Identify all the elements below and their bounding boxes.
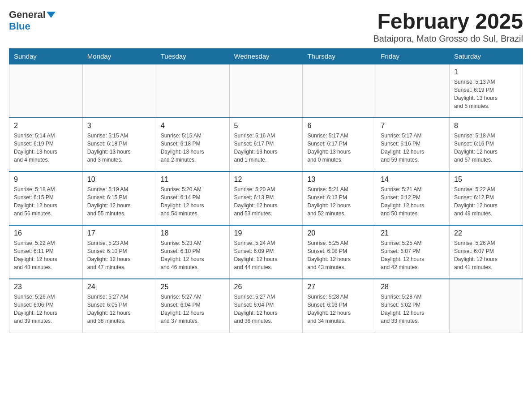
calendar-day: 1Sunrise: 5:13 AM Sunset: 6:19 PM Daylig… bbox=[450, 64, 523, 118]
day-number: 2 bbox=[14, 122, 78, 130]
calendar-day: 25Sunrise: 5:27 AM Sunset: 6:04 PM Dayli… bbox=[156, 279, 229, 333]
day-info: Sunrise: 5:23 AM Sunset: 6:10 PM Dayligh… bbox=[87, 239, 151, 271]
day-number: 27 bbox=[307, 283, 371, 291]
day-info: Sunrise: 5:13 AM Sunset: 6:19 PM Dayligh… bbox=[454, 78, 518, 110]
day-info: Sunrise: 5:20 AM Sunset: 6:14 PM Dayligh… bbox=[161, 185, 225, 218]
calendar-day bbox=[376, 64, 450, 118]
calendar-day: 27Sunrise: 5:28 AM Sunset: 6:03 PM Dayli… bbox=[303, 279, 376, 333]
calendar-week-5: 23Sunrise: 5:26 AM Sunset: 6:06 PM Dayli… bbox=[9, 279, 523, 333]
day-info: Sunrise: 5:22 AM Sunset: 6:12 PM Dayligh… bbox=[454, 185, 518, 218]
calendar-day: 26Sunrise: 5:27 AM Sunset: 6:04 PM Dayli… bbox=[229, 279, 303, 333]
calendar-day: 10Sunrise: 5:19 AM Sunset: 6:15 PM Dayli… bbox=[82, 171, 156, 225]
calendar-header-tuesday: Tuesday bbox=[156, 49, 229, 64]
calendar-header-sunday: Sunday bbox=[9, 49, 83, 64]
calendar-day: 19Sunrise: 5:24 AM Sunset: 6:09 PM Dayli… bbox=[229, 225, 303, 279]
calendar-header-saturday: Saturday bbox=[450, 49, 523, 64]
title-block: February 2025 Bataipora, Mato Grosso do … bbox=[373, 9, 523, 44]
calendar-day bbox=[450, 279, 523, 333]
day-info: Sunrise: 5:18 AM Sunset: 6:16 PM Dayligh… bbox=[454, 132, 518, 164]
calendar-header-row: SundayMondayTuesdayWednesdayThursdayFrid… bbox=[9, 49, 523, 64]
calendar-day: 14Sunrise: 5:21 AM Sunset: 6:12 PM Dayli… bbox=[376, 171, 450, 225]
day-number: 14 bbox=[381, 176, 445, 184]
calendar-day: 22Sunrise: 5:26 AM Sunset: 6:07 PM Dayli… bbox=[450, 225, 523, 279]
calendar-day: 13Sunrise: 5:21 AM Sunset: 6:13 PM Dayli… bbox=[303, 171, 376, 225]
day-info: Sunrise: 5:14 AM Sunset: 6:19 PM Dayligh… bbox=[14, 132, 78, 164]
calendar-day: 28Sunrise: 5:28 AM Sunset: 6:02 PM Dayli… bbox=[376, 279, 450, 333]
day-info: Sunrise: 5:28 AM Sunset: 6:02 PM Dayligh… bbox=[381, 293, 445, 325]
logo-blue-text: Blue bbox=[9, 21, 30, 32]
day-info: Sunrise: 5:28 AM Sunset: 6:03 PM Dayligh… bbox=[307, 293, 371, 325]
calendar-day: 5Sunrise: 5:16 AM Sunset: 6:17 PM Daylig… bbox=[229, 118, 303, 171]
calendar-day: 4Sunrise: 5:15 AM Sunset: 6:18 PM Daylig… bbox=[156, 118, 229, 171]
calendar-day bbox=[9, 64, 83, 118]
calendar-day: 8Sunrise: 5:18 AM Sunset: 6:16 PM Daylig… bbox=[450, 118, 523, 171]
calendar-day: 7Sunrise: 5:17 AM Sunset: 6:16 PM Daylig… bbox=[376, 118, 450, 171]
day-info: Sunrise: 5:27 AM Sunset: 6:05 PM Dayligh… bbox=[87, 293, 151, 325]
day-info: Sunrise: 5:26 AM Sunset: 6:07 PM Dayligh… bbox=[454, 239, 518, 271]
day-info: Sunrise: 5:20 AM Sunset: 6:13 PM Dayligh… bbox=[234, 185, 298, 218]
day-number: 6 bbox=[307, 122, 371, 130]
logo: General Blue bbox=[9, 9, 56, 32]
day-info: Sunrise: 5:15 AM Sunset: 6:18 PM Dayligh… bbox=[161, 132, 225, 164]
day-number: 1 bbox=[454, 68, 518, 76]
day-number: 5 bbox=[234, 122, 298, 130]
calendar-day: 17Sunrise: 5:23 AM Sunset: 6:10 PM Dayli… bbox=[82, 225, 156, 279]
day-number: 18 bbox=[161, 229, 225, 237]
day-number: 22 bbox=[454, 229, 518, 237]
day-info: Sunrise: 5:25 AM Sunset: 6:07 PM Dayligh… bbox=[381, 239, 445, 271]
day-number: 12 bbox=[234, 176, 298, 184]
calendar-day: 21Sunrise: 5:25 AM Sunset: 6:07 PM Dayli… bbox=[376, 225, 450, 279]
day-number: 26 bbox=[234, 283, 298, 291]
day-number: 16 bbox=[14, 229, 78, 237]
day-info: Sunrise: 5:26 AM Sunset: 6:06 PM Dayligh… bbox=[14, 293, 78, 325]
day-info: Sunrise: 5:24 AM Sunset: 6:09 PM Dayligh… bbox=[234, 239, 298, 271]
day-number: 19 bbox=[234, 229, 298, 237]
day-info: Sunrise: 5:16 AM Sunset: 6:17 PM Dayligh… bbox=[234, 132, 298, 164]
calendar-day: 18Sunrise: 5:23 AM Sunset: 6:10 PM Dayli… bbox=[156, 225, 229, 279]
calendar-week-3: 9Sunrise: 5:18 AM Sunset: 6:15 PM Daylig… bbox=[9, 171, 523, 225]
calendar-day: 23Sunrise: 5:26 AM Sunset: 6:06 PM Dayli… bbox=[9, 279, 83, 333]
day-number: 20 bbox=[307, 229, 371, 237]
calendar-header-friday: Friday bbox=[376, 49, 450, 64]
logo-general-text: General bbox=[9, 9, 46, 21]
calendar-day: 16Sunrise: 5:22 AM Sunset: 6:11 PM Dayli… bbox=[9, 225, 83, 279]
calendar-day: 3Sunrise: 5:15 AM Sunset: 6:18 PM Daylig… bbox=[82, 118, 156, 171]
day-info: Sunrise: 5:21 AM Sunset: 6:13 PM Dayligh… bbox=[307, 185, 371, 218]
day-number: 23 bbox=[14, 283, 78, 291]
day-number: 21 bbox=[381, 229, 445, 237]
calendar-day: 6Sunrise: 5:17 AM Sunset: 6:17 PM Daylig… bbox=[303, 118, 376, 171]
day-info: Sunrise: 5:23 AM Sunset: 6:10 PM Dayligh… bbox=[161, 239, 225, 271]
calendar-day: 2Sunrise: 5:14 AM Sunset: 6:19 PM Daylig… bbox=[9, 118, 83, 171]
day-info: Sunrise: 5:17 AM Sunset: 6:17 PM Dayligh… bbox=[307, 132, 371, 164]
calendar-day: 12Sunrise: 5:20 AM Sunset: 6:13 PM Dayli… bbox=[229, 171, 303, 225]
calendar-day bbox=[156, 64, 229, 118]
calendar-day bbox=[229, 64, 303, 118]
calendar-day: 15Sunrise: 5:22 AM Sunset: 6:12 PM Dayli… bbox=[450, 171, 523, 225]
day-number: 4 bbox=[161, 122, 225, 130]
calendar-table: SundayMondayTuesdayWednesdayThursdayFrid… bbox=[9, 48, 523, 333]
day-info: Sunrise: 5:22 AM Sunset: 6:11 PM Dayligh… bbox=[14, 239, 78, 271]
day-number: 8 bbox=[454, 122, 518, 130]
day-number: 13 bbox=[307, 176, 371, 184]
calendar-week-2: 2Sunrise: 5:14 AM Sunset: 6:19 PM Daylig… bbox=[9, 118, 523, 171]
day-info: Sunrise: 5:25 AM Sunset: 6:08 PM Dayligh… bbox=[307, 239, 371, 271]
day-number: 9 bbox=[14, 176, 78, 184]
day-number: 17 bbox=[87, 229, 151, 237]
calendar-day: 24Sunrise: 5:27 AM Sunset: 6:05 PM Dayli… bbox=[82, 279, 156, 333]
day-number: 15 bbox=[454, 176, 518, 184]
calendar-header-wednesday: Wednesday bbox=[229, 49, 303, 64]
logo-triangle-icon bbox=[47, 12, 56, 18]
day-info: Sunrise: 5:27 AM Sunset: 6:04 PM Dayligh… bbox=[234, 293, 298, 325]
day-info: Sunrise: 5:21 AM Sunset: 6:12 PM Dayligh… bbox=[381, 185, 445, 218]
day-info: Sunrise: 5:18 AM Sunset: 6:15 PM Dayligh… bbox=[14, 185, 78, 218]
day-number: 25 bbox=[161, 283, 225, 291]
calendar-header-thursday: Thursday bbox=[303, 49, 376, 64]
location-text: Bataipora, Mato Grosso do Sul, Brazil bbox=[373, 34, 523, 44]
day-number: 10 bbox=[87, 176, 151, 184]
day-number: 24 bbox=[87, 283, 151, 291]
calendar-day: 11Sunrise: 5:20 AM Sunset: 6:14 PM Dayli… bbox=[156, 171, 229, 225]
calendar-day: 9Sunrise: 5:18 AM Sunset: 6:15 PM Daylig… bbox=[9, 171, 83, 225]
day-info: Sunrise: 5:19 AM Sunset: 6:15 PM Dayligh… bbox=[87, 185, 151, 218]
page-header: General Blue February 2025 Bataipora, Ma… bbox=[9, 9, 523, 44]
day-number: 28 bbox=[381, 283, 445, 291]
